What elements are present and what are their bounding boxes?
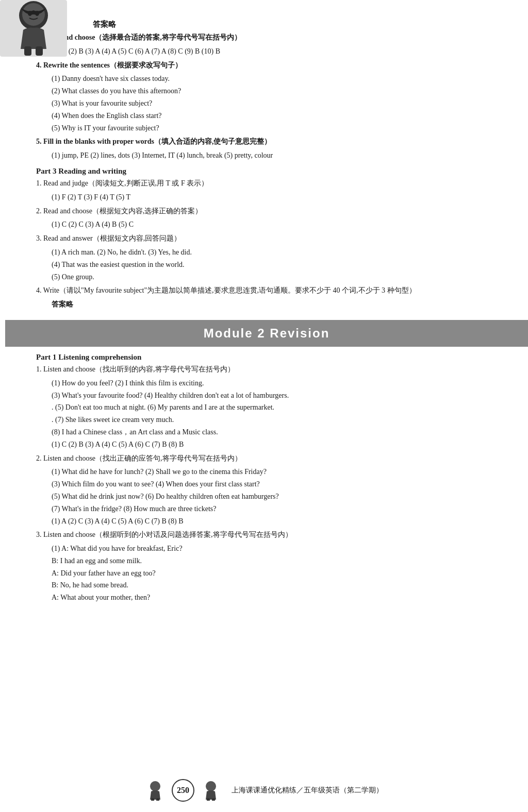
part1-heading: Part 1 Listening comprehension [36, 353, 497, 362]
answers-omit-label: 答案略 [93, 20, 497, 29]
main-content: 答案略 3. Read and choose（选择最合适的答案,将字母代号写在括… [31, 10, 497, 604]
footer-icon2 [201, 780, 221, 801]
footer: 250 上海课课通优化精练／五年级英语（第二学期） [0, 779, 528, 802]
part1-section1-item4: . (7) She likes sweet ice cream very muc… [52, 414, 497, 426]
part3-section3-title: 3. Read and answer（根据短文内容,回答问题） [36, 232, 497, 245]
part3-section3-item2: (4) That was the easiest question in the… [52, 259, 497, 271]
section4-item4: (4) When does the English class start? [52, 110, 497, 122]
section4-title: 4. Rewrite the sentences（根据要求改写句子） [36, 59, 497, 72]
module2-banner: Module 2 Revision [5, 320, 528, 347]
part1-section3-dialogue5: A: What about your mother, then? [52, 591, 497, 604]
svg-rect-11 [207, 798, 210, 801]
part1-section3-dialogue4: B: No, he had some bread. [52, 579, 497, 591]
part1-section1-answers: (1) C (2) B (3) A (4) C (5) A (6) C (7) … [52, 438, 497, 451]
svg-point-6 [35, 11, 39, 16]
svg-rect-8 [151, 798, 154, 801]
part1-section3-dialogue1: (1) A: What did you have for breakfast, … [52, 543, 497, 555]
section5-answers: (1) jump, PE (2) lines, dots (3) Interne… [52, 149, 497, 162]
part3-section4-title: 4. Write（请以"My favourite subject"为主题加以简单… [36, 284, 497, 297]
part1-section2-item3: (5) What did he drink just now? (6) Do h… [52, 490, 497, 503]
part1-section2-item1: (1) What did he have for lunch? (2) Shal… [52, 466, 497, 478]
footer-text: 上海课课通优化精练／五年级英语（第二学期） [232, 786, 383, 795]
svg-rect-4 [36, 46, 43, 56]
section5-title: 5. Fill in the blanks with proper words（… [36, 136, 497, 148]
svg-point-10 [206, 781, 216, 791]
section4-item3: (3) What is your favourite subject? [52, 97, 497, 110]
part1-section2-title: 2. Listen and choose（找出正确的应答句,将字母代号写在括号内… [36, 452, 497, 465]
part1-section3-title: 3. Listen and choose（根据听到的小对话及问题选择答案,将字母… [36, 529, 497, 541]
part3-section1-answers: (1) F (2) T (3) F (4) T (5) T [52, 191, 497, 204]
svg-point-7 [150, 781, 160, 791]
svg-point-5 [28, 11, 32, 16]
svg-rect-12 [212, 798, 215, 801]
svg-rect-9 [156, 798, 159, 801]
part3-section4-answer: 答案略 [52, 298, 497, 311]
part3-section1-title: 1. Read and judge（阅读短文,判断正误,用 T 或 F 表示） [36, 177, 497, 190]
part3-section3-item1: (1) A rich man. (2) No, he didn't. (3) Y… [52, 246, 497, 259]
part1-section2-item4: (7) What's in the fridge? (8) How much a… [52, 503, 497, 515]
section4-item1: (1) Danny doesn't have six classes today… [52, 73, 497, 85]
section3-answers: (1) B (2) B (3) A (4) A (5) C (6) A (7) … [52, 45, 497, 58]
page: 答案略 3. Read and choose（选择最合适的答案,将字母代号写在括… [0, 0, 528, 812]
part1-section1-item2: (3) What's your favourite food? (4) Heal… [52, 390, 497, 402]
part1-section1-title: 1. Listen and choose（找出听到的内容,将字母代号写在括号内） [36, 363, 497, 376]
part1-section1-item3: . (5) Don't eat too much at night. (6) M… [52, 401, 497, 414]
part1-section3-dialogue2: B: I had an egg and some milk. [52, 555, 497, 567]
part3-section3-item3: (5) One group. [52, 271, 497, 283]
part1-section2-answers: (1) A (2) C (3) A (4) C (5) A (6) C (7) … [52, 515, 497, 528]
section4-item5: (5) Why is IT your favourite subject? [52, 122, 497, 134]
part1-section3-dialogue3: A: Did your father have an egg too? [52, 567, 497, 580]
part1-section1-item5: (8) I had a Chinese class，an Art class a… [52, 426, 497, 438]
footer-icon [145, 780, 166, 801]
page-number: 250 [172, 779, 194, 802]
part1-section2-item2: (3) Which film do you want to see? (4) W… [52, 478, 497, 490]
part1-section1-item1: (1) How do you feel? (2) I think this fi… [52, 377, 497, 390]
header-image [0, 0, 67, 57]
part3-heading: Part 3 Reading and writing [36, 167, 497, 176]
section4-item2: (2) What classes do you have this aftern… [52, 85, 497, 97]
svg-rect-3 [24, 46, 31, 56]
part3-section2-title: 2. Read and choose（根据短文内容,选择正确的答案） [36, 205, 497, 217]
part3-section2-answers: (1) C (2) C (3) A (4) B (5) C [52, 218, 497, 231]
section3-title: 3. Read and choose（选择最合适的答案,将字母代号写在括号内） [36, 31, 497, 44]
